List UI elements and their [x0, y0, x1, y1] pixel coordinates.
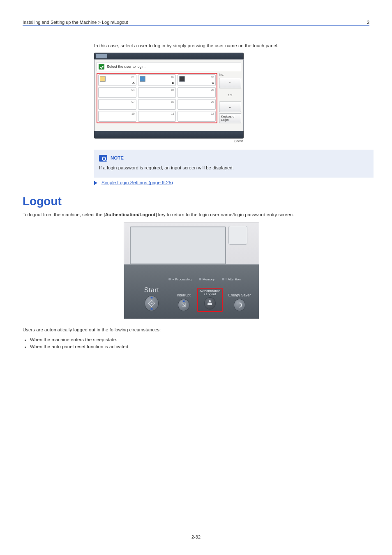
status-attention: Attention [228, 278, 241, 281]
login-user-cell[interactable]: 11 [138, 111, 176, 122]
control-panel-figure: »Processing Memory !Attention Start Inte… [124, 222, 259, 319]
avatar-icon [140, 76, 145, 82]
login-panel-figure: Select the user to login. 01A 02B 03C 04… [94, 53, 244, 143]
login-user-cell[interactable]: 12 [178, 111, 216, 122]
interrupt-label: Interrupt [177, 293, 191, 297]
status-row: »Processing Memory !Attention [168, 278, 241, 281]
page-indicator: 1/2 [219, 90, 241, 100]
start-label: Start [144, 287, 159, 294]
note-icon [99, 155, 107, 162]
scroll-down-button[interactable]: ⌄ [219, 102, 241, 112]
login-user-cell[interactable]: 05 [138, 87, 176, 98]
status-processing: Processing [175, 278, 191, 281]
interrupt-button[interactable]: Interrupt ⇲ [172, 293, 196, 311]
login-message: Select the user to login. [107, 65, 145, 69]
touchscreen [130, 227, 226, 264]
chevron-up-icon: ⌃ [228, 81, 232, 85]
note-body: If a login password is required, an inpu… [99, 164, 369, 172]
led-icon [168, 278, 171, 280]
login-user-cell[interactable]: 06 [178, 87, 216, 98]
start-icon [148, 300, 155, 307]
logout-heading: Logout [23, 195, 369, 208]
header-path: Installing and Setting up the Machine > … [23, 20, 128, 25]
login-user-cell[interactable]: 03C [178, 74, 216, 86]
bullet-item: When the machine enters the sleep state. [30, 336, 369, 344]
note-box: NOTE If a login password is required, an… [94, 150, 374, 178]
login-footer [94, 131, 244, 139]
start-button[interactable]: Start [136, 287, 168, 311]
scroll-up-button[interactable]: ⌃ [219, 78, 241, 88]
login-user-cell[interactable]: 07 [98, 99, 136, 110]
login-user-cell[interactable]: 04 [98, 87, 136, 98]
logout-body: To logout from the machine, select the [… [23, 211, 369, 219]
login-user-cell[interactable]: 01A [98, 74, 136, 86]
auth-logout-button[interactable]: Authentication / Logout [196, 288, 224, 312]
figure-tag: lg0601 [94, 139, 244, 143]
keyboard-login-button[interactable]: Keyboard Login [219, 113, 241, 124]
login-user-grid[interactable]: 01A 02B 03C 04 05 06 07 08 09 [97, 73, 217, 123]
chevron-down-icon: ⌄ [228, 105, 232, 109]
energy-saver-label: Energy Saver [228, 293, 251, 297]
header-rule [23, 25, 369, 26]
xref-link[interactable]: Simple Login Settings (page 9-25) [101, 180, 173, 185]
bullet-item: When the auto panel reset function is ac… [30, 343, 369, 351]
avatar-icon [179, 76, 185, 82]
auth-logout-label: Authentication / Logout [199, 289, 221, 296]
moon-icon [237, 303, 242, 308]
login-titlebar [94, 53, 244, 59]
info-icon [99, 64, 104, 69]
lead-text: In this case, select a user to log in by… [94, 42, 357, 49]
interrupt-icon: ⇲ [182, 302, 186, 308]
led-icon [199, 278, 201, 280]
avatar-icon [100, 76, 106, 82]
energy-saver-button[interactable]: Energy Saver [225, 293, 254, 311]
login-user-cell[interactable]: 08 [138, 99, 176, 110]
person-icon [208, 301, 212, 305]
note-heading: NOTE [111, 155, 124, 162]
logout-body2: Users are automatically logged out in th… [23, 326, 369, 334]
xref-arrow-icon [94, 180, 99, 185]
login-user-cell[interactable]: 10 [98, 111, 136, 122]
status-memory: Memory [203, 278, 214, 281]
header-chapter: 2 [367, 20, 369, 25]
led-icon [222, 278, 224, 280]
login-user-cell[interactable]: 09 [178, 99, 216, 110]
no-label: No. [219, 73, 241, 76]
login-user-cell[interactable]: 02B [138, 74, 176, 86]
panel-square [228, 226, 247, 245]
